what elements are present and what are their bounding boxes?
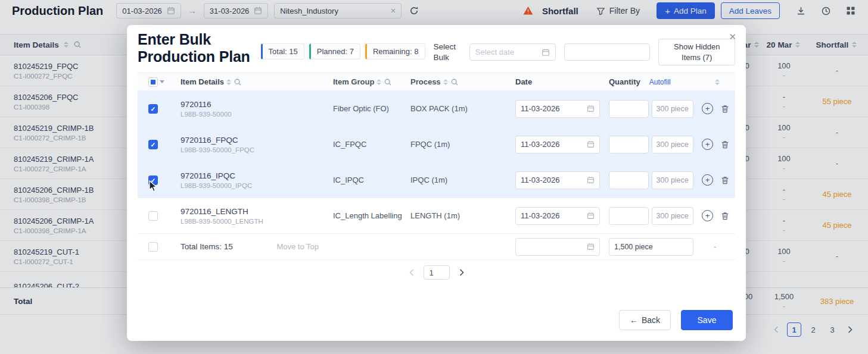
capacity-value: 300 piece — [652, 136, 693, 153]
item-subcode: L98B-939-50000_FPQC — [181, 146, 327, 153]
row-checkbox[interactable] — [148, 211, 158, 221]
next-page-icon[interactable] — [456, 265, 468, 280]
stat-chip: Planned: 7 — [309, 43, 360, 59]
item-code: 9720116_IPQC — [181, 171, 327, 180]
bulk-table-row[interactable]: 9720116_LENGTH L98B-939-50000_LENGTH IC_… — [138, 198, 735, 234]
item-group-cell: IC_Length Labelling — [327, 211, 405, 220]
autofill-button[interactable]: Autofill — [649, 78, 671, 86]
close-icon[interactable]: ✕ — [729, 32, 736, 41]
search-icon[interactable] — [450, 78, 459, 86]
total-items-label: Total Items: 15 — [181, 242, 233, 251]
modal-actions: ← Back Save — [619, 310, 733, 330]
footer-dash: - — [702, 242, 716, 251]
quantity-input[interactable] — [609, 136, 649, 153]
stat-chip: Total: 15 — [261, 43, 304, 59]
bulk-quantity-input[interactable] — [564, 43, 651, 61]
bulk-date-input[interactable]: Select date — [469, 43, 556, 61]
row-date-input[interactable]: 11-03-2026 — [515, 207, 600, 225]
capacity-value: 300 piece — [652, 207, 693, 225]
item-group-cell: Fiber Optic (FO) — [327, 104, 405, 113]
stat-chip: Remaining: 8 — [365, 43, 425, 59]
delete-row-icon[interactable] — [720, 211, 730, 221]
chevron-down-icon[interactable] — [160, 80, 164, 83]
add-quantity-icon[interactable]: + — [702, 210, 713, 221]
modal-pagination: 1 — [138, 265, 735, 280]
total-quantity-value: 1,500 piece — [609, 238, 693, 256]
item-code: 9720116_LENGTH — [181, 207, 327, 216]
item-subcode: L98B-939-50000_LENGTH — [181, 218, 327, 225]
add-quantity-icon[interactable]: + — [702, 103, 713, 114]
bulk-table-row[interactable]: 9720116_FPQC L98B-939-50000_FPQC IC_FPQC… — [138, 127, 735, 162]
select-all-checkbox[interactable] — [148, 77, 158, 87]
item-group-cell: IC_FPQC — [327, 140, 405, 149]
process-cell: LENGTH (1m) — [405, 211, 507, 220]
row-checkbox[interactable] — [148, 104, 158, 114]
back-arrow-icon: ← — [630, 315, 638, 325]
add-quantity-icon[interactable]: + — [702, 139, 713, 150]
search-icon[interactable] — [234, 78, 242, 86]
calendar-icon — [587, 243, 595, 250]
item-code: 9720116 — [181, 100, 327, 109]
plan-stats: Total: 15Planned: 7Remaining: 8 — [261, 43, 425, 59]
bulk-items-table: Item Details Item Group Process Date Qua… — [138, 73, 735, 260]
bulk-apply-date-input[interactable] — [515, 238, 600, 256]
column-item-group: Item Group — [333, 77, 374, 86]
process-cell: FPQC (1m) — [405, 140, 507, 149]
bulk-table-row[interactable]: 9720116 L98B-939-50000 Fiber Optic (FO) … — [138, 91, 735, 127]
bulk-table-body: 9720116 L98B-939-50000 Fiber Optic (FO) … — [138, 91, 735, 234]
delete-row-icon[interactable] — [720, 104, 730, 114]
column-date: Date — [515, 77, 532, 86]
row-date-input[interactable]: 11-03-2026 — [515, 100, 600, 118]
footer-checkbox[interactable] — [148, 242, 158, 252]
calendar-icon — [587, 140, 595, 148]
prev-page-icon[interactable] — [406, 265, 418, 280]
show-hidden-items-button[interactable]: Show Hidden Items (7) — [658, 39, 735, 65]
bulk-table-footer: Total Items: 15 Move to Top 1,500 piece … — [138, 234, 735, 260]
sort-icon[interactable] — [377, 79, 381, 85]
page-input[interactable]: 1 — [424, 265, 450, 280]
item-group-cell: IC_IPQC — [327, 176, 405, 184]
row-checkbox[interactable] — [148, 140, 158, 149]
quantity-input[interactable] — [609, 207, 649, 225]
modal-header: Enter Bulk Production Plan Total: 15Plan… — [138, 31, 735, 65]
sort-icon[interactable] — [226, 79, 231, 85]
column-process: Process — [410, 77, 441, 86]
row-date-input[interactable]: 11-03-2026 — [515, 171, 600, 189]
add-quantity-icon[interactable]: + — [702, 174, 713, 186]
save-button[interactable]: Save — [681, 310, 733, 330]
delete-row-icon[interactable] — [720, 176, 730, 185]
quantity-input[interactable] — [609, 100, 649, 118]
calendar-icon — [587, 176, 595, 184]
search-icon[interactable] — [384, 78, 392, 86]
item-subcode: L98B-939-50000 — [181, 111, 327, 118]
capacity-value: 300 piece — [652, 100, 693, 118]
bulk-production-plan-modal: ✕ Enter Bulk Production Plan Total: 15Pl… — [127, 25, 746, 341]
select-bulk-label: Select Bulk — [434, 42, 461, 62]
bulk-table-row[interactable]: 9720116_IPQC L98B-939-50000_IPQC IC_IPQC… — [138, 162, 735, 198]
mouse-cursor — [147, 180, 158, 193]
capacity-value: 300 piece — [652, 171, 693, 189]
calendar-icon — [587, 212, 595, 220]
move-to-top-button[interactable]: Move to Top — [276, 242, 319, 251]
column-item-details: Item Details — [181, 77, 224, 86]
modal-title: Enter Bulk Production Plan — [138, 31, 253, 65]
column-quantity: Quantity — [609, 77, 640, 86]
quantity-input[interactable] — [609, 171, 649, 189]
bulk-table-header: Item Details Item Group Process Date Qua… — [138, 73, 735, 91]
row-date-input[interactable]: 11-03-2026 — [515, 136, 600, 153]
back-button[interactable]: ← Back — [619, 310, 671, 330]
item-subcode: L98B-939-50000_IPQC — [181, 182, 327, 189]
delete-row-icon[interactable] — [720, 140, 730, 149]
sort-icon[interactable] — [715, 79, 720, 85]
calendar-icon — [587, 105, 595, 112]
calendar-icon — [542, 48, 550, 57]
sort-icon[interactable] — [443, 79, 448, 85]
item-code: 9720116_FPQC — [181, 136, 327, 145]
process-cell: IPQC (1m) — [405, 176, 507, 184]
process-cell: BOX PACK (1m) — [405, 104, 507, 113]
